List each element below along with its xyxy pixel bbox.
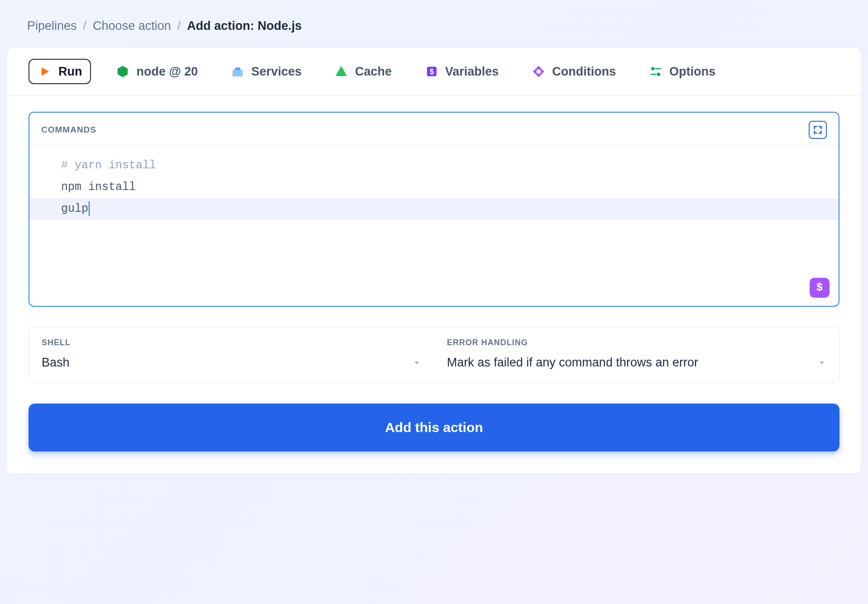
svg-rect-1 [235,67,241,70]
expand-button[interactable] [809,121,827,139]
cache-icon [334,64,348,79]
tab-conditions[interactable]: Conditions [523,60,624,83]
breadcrumb-separator: / [83,19,87,33]
svg-text:$: $ [429,67,434,76]
tab-options-label: Options [669,65,715,79]
commands-editor[interactable]: # yarn install npm install gulp $ [29,146,839,306]
services-icon [230,64,245,79]
svg-point-5 [651,67,655,71]
svg-rect-0 [233,70,243,76]
dollar-icon: $ [816,277,823,299]
chevron-down-icon [817,358,826,367]
tab-variables[interactable]: $ Variables [416,60,507,83]
tab-node-label: node @ 20 [136,65,198,79]
breadcrumb-separator: / [177,19,181,33]
tab-cache[interactable]: Cache [326,60,400,83]
add-action-button[interactable]: Add this action [29,404,839,452]
svg-rect-8 [651,74,657,75]
error-handling-value: Mark as failed if any command throws an … [447,356,698,370]
breadcrumb-current: Add action: Node.js [187,19,302,33]
tab-run[interactable]: Run [29,59,91,84]
svg-point-7 [657,73,661,76]
options-icon [649,64,663,79]
tab-options[interactable]: Options [640,60,724,83]
tab-variables-label: Variables [445,65,499,79]
breadcrumb: Pipelines / Choose action / Add action: … [5,5,863,48]
text-cursor [89,201,90,216]
tab-conditions-label: Conditions [552,65,616,79]
error-handling-label: ERROR HANDLING [447,338,827,347]
breadcrumb-pipelines[interactable]: Pipelines [27,19,77,33]
expand-icon [813,125,823,135]
svg-point-4 [536,69,541,74]
insert-variable-button[interactable]: $ [810,278,830,298]
code-line: # yarn install [29,155,839,176]
play-icon [38,64,52,79]
tab-cache-label: Cache [355,65,391,79]
code-line-active: gulp [29,198,839,220]
shell-value: Bash [42,356,70,370]
tab-services[interactable]: Services [222,60,310,83]
conditions-icon [531,64,546,79]
error-handling-select[interactable]: Mark as failed if any command throws an … [447,356,827,370]
svg-rect-6 [655,68,661,70]
code-line: npm install [29,176,839,198]
node-icon [115,64,130,79]
chevron-down-icon [412,358,421,367]
breadcrumb-choose-action[interactable]: Choose action [93,19,171,33]
commands-label: COMMANDS [41,125,96,135]
commands-panel: COMMANDS # yarn install npm install gulp… [29,112,839,307]
shell-label: SHELL [42,338,421,347]
variables-icon: $ [424,64,439,79]
shell-select[interactable]: Bash [42,356,421,370]
tab-node[interactable]: node @ 20 [107,60,206,83]
tab-run-label: Run [58,65,82,79]
tab-services-label: Services [251,65,301,79]
tab-bar: Run node @ 20 Services Cache [7,48,861,95]
settings-row: SHELL Bash ERROR HANDLING Mark as failed… [29,327,839,383]
